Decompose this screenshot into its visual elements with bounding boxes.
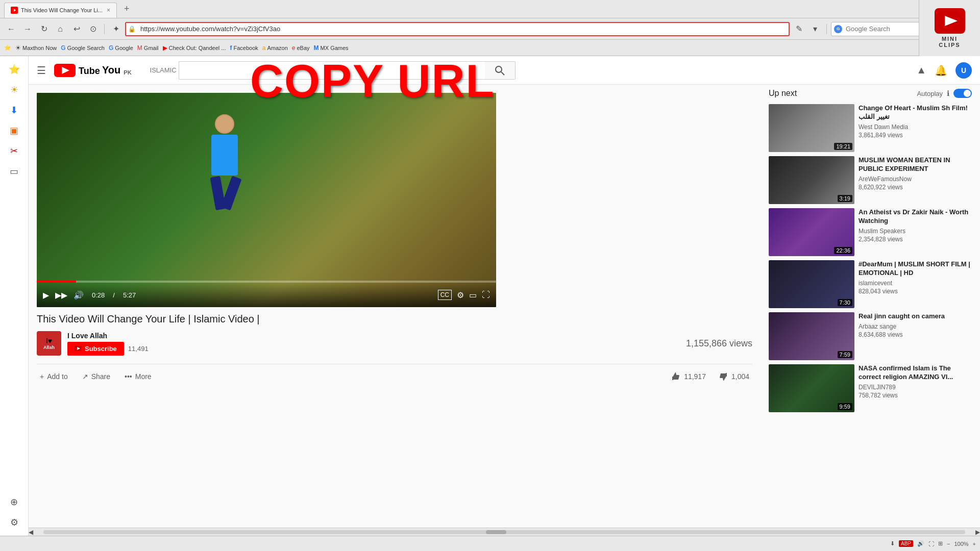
card-channel-5: Arbaaz sange <box>859 323 972 330</box>
google-icon: G <box>109 44 113 52</box>
miniplayer-button[interactable]: ▭ <box>469 290 477 300</box>
dislike-button[interactable]: 1,004 <box>715 368 752 385</box>
status-bar: ⬇ ABP 🔊 ⛶ ⊞ − 100% + <box>0 536 980 551</box>
navigation-bar: ← → ↻ ⌂ ↩ ⊙ ✦ 🔒 ✎ ▾ G 🔑 🔍 <box>0 18 980 40</box>
upload-icon[interactable]: ▲ <box>916 64 926 76</box>
bookmark-google[interactable]: G Google <box>109 44 133 52</box>
volume-icon-status: 🔊 <box>917 540 924 547</box>
zoom-plus[interactable]: + <box>973 541 976 547</box>
back-button[interactable]: ← <box>4 22 18 36</box>
bookmark-gmail[interactable]: M Gmail <box>137 44 159 52</box>
sidebar-settings-icon[interactable]: ⚙ <box>5 513 23 532</box>
forward-history-button[interactable]: ⊙ <box>86 22 100 36</box>
sidebar-add-icon[interactable]: ⊕ <box>5 493 23 511</box>
card-channel-1: West Dawn Media <box>859 123 972 131</box>
download-icon-status: ⬇ <box>890 540 895 547</box>
bookmark-amazon-label: Amazon <box>267 45 287 51</box>
scroll-left-button[interactable]: ◀ <box>29 529 33 536</box>
card-title-5: Real jinn caught on camera <box>859 312 972 321</box>
card-thumbnail-3: 22:36 <box>769 208 854 256</box>
bookmark-gmail-label: Gmail <box>144 45 159 51</box>
bookmarks-star-icon[interactable]: ⭐ <box>4 44 11 51</box>
more-button[interactable]: ••• More <box>121 369 155 384</box>
sidebar-download-icon[interactable]: ⬇ <box>5 101 23 119</box>
bookmark-google-search[interactable]: G Google Search <box>61 44 105 52</box>
play-button[interactable]: ▶ <box>43 290 49 300</box>
bookmark-amazon[interactable]: a Amazon <box>262 44 288 52</box>
notification-bell-icon[interactable]: 🔔 <box>935 64 947 77</box>
bookmark-maxthon-now[interactable]: ☀ Maxthon Now <box>15 44 57 52</box>
right-controls: CC ⚙ ▭ ⛶ <box>438 290 490 300</box>
video-player[interactable]: ▶ ▶▶ 🔊 0:28 / 5:27 CC ⚙ ▭ ⛶ <box>37 93 496 307</box>
autoplay-toggle[interactable] <box>953 89 972 98</box>
zoom-level: 100% <box>954 541 968 547</box>
sidebar-sun-icon[interactable]: ☀ <box>5 81 23 99</box>
bookmark-facebook[interactable]: f Facebook <box>230 44 258 52</box>
nav-more-button[interactable]: ▾ <box>808 22 822 36</box>
bookmark-mx-games[interactable]: M MX Games <box>314 44 349 52</box>
settings-button[interactable]: ⚙ <box>457 290 464 300</box>
bookmark-ebay[interactable]: e eBay <box>292 44 310 52</box>
cc-button[interactable]: CC <box>438 290 452 300</box>
sidebar-home-icon[interactable]: ⭐ <box>5 60 23 79</box>
sidebar-rss-icon[interactable]: ▣ <box>5 121 23 140</box>
add-to-button[interactable]: + Add to <box>37 369 71 384</box>
mini-clips-label: MINI <box>942 36 958 42</box>
scroll-right-button[interactable]: ▶ <box>975 529 980 536</box>
video-title: This Video Will Change Your Life | Islam… <box>37 313 752 325</box>
add-to-icon: + <box>40 372 44 381</box>
qandeel-icon: ▶ <box>163 44 167 52</box>
back-history-button[interactable]: ↩ <box>69 22 84 36</box>
card-views-3: 2,354,828 views <box>859 236 972 243</box>
home-button[interactable]: ⌂ <box>53 22 67 36</box>
channel-avatar-heart: I♥ <box>46 337 52 345</box>
bookmark-qandeel[interactable]: ▶ Check Out: Qandeel ... <box>163 44 226 52</box>
share-button[interactable]: ↗ Share <box>79 369 113 384</box>
video-card-3[interactable]: 22:36 An Atheist vs Dr Zakir Naik - Wort… <box>769 208 972 256</box>
next-button[interactable]: ▶▶ <box>55 290 67 300</box>
yt-search-button[interactable] <box>485 61 516 80</box>
sidebar-window-icon[interactable]: ▭ <box>5 162 23 181</box>
tab-close-button[interactable]: × <box>107 7 110 14</box>
new-tab-button[interactable]: + <box>121 3 133 15</box>
reload-button[interactable]: ↻ <box>37 22 51 36</box>
subscribe-button[interactable]: Subscribe <box>67 342 124 356</box>
url-bar[interactable] <box>125 22 790 36</box>
zoom-minus[interactable]: − <box>947 541 950 547</box>
time-separator: / <box>113 291 115 299</box>
runner-figure <box>211 114 238 210</box>
video-card-2[interactable]: 3:19 MUSLIM WOMAN BEATEN IN PUBLIC EXPER… <box>769 156 972 204</box>
scroll-thumb[interactable] <box>486 530 506 534</box>
volume-button[interactable]: 🔊 <box>74 290 84 300</box>
runner-legs <box>213 177 236 210</box>
video-card-4[interactable]: 7:30 #DearMum | MUSLIM SHORT FILM | EMOT… <box>769 260 972 308</box>
bookmark-mx-games-label: MX Games <box>321 45 349 51</box>
video-card-5[interactable]: 7:59 Real jinn caught on camera Arbaaz s… <box>769 312 972 360</box>
bookmark-google-search-label: Google Search <box>67 45 105 51</box>
gmail-icon: M <box>137 44 142 52</box>
hamburger-menu-icon[interactable]: ☰ <box>37 64 46 77</box>
active-tab[interactable]: This Video Will Change Your Li... × <box>4 3 117 18</box>
like-button[interactable]: 11,917 <box>668 368 709 385</box>
sidebar-tools-icon[interactable]: ✂ <box>5 142 23 160</box>
youtube-logo[interactable]: Tube You PK <box>54 63 132 78</box>
page-content: ☰ Tube You PK ISLAMIC <box>29 56 980 551</box>
right-sidebar: Up next Autoplay ℹ 19:21 Cha <box>761 85 980 551</box>
yt-search-input[interactable] <box>179 61 485 80</box>
video-controls: ▶ ▶▶ 🔊 0:28 / 5:27 CC ⚙ ▭ ⛶ <box>37 283 496 307</box>
more-icon: ••• <box>125 372 132 381</box>
user-avatar[interactable]: U <box>955 62 972 79</box>
video-info: This Video Will Change Your Life | Islam… <box>37 307 752 395</box>
video-card-6[interactable]: 9:59 NASA confirmed Islam is The correct… <box>769 364 972 412</box>
yt-logo-pk: PK <box>124 69 131 76</box>
video-card-1[interactable]: 19:21 Change Of Heart - Muslim Sh Film! … <box>769 104 972 152</box>
horizontal-scrollbar[interactable]: ◀ ▶ <box>29 528 980 536</box>
bookmark-star[interactable]: ✦ <box>109 22 123 36</box>
fullscreen-button[interactable]: ⛶ <box>482 290 490 300</box>
card-duration-4: 7:30 <box>838 299 852 306</box>
forward-button[interactable]: → <box>20 22 35 36</box>
bookmark-add-button[interactable]: ✎ <box>792 22 806 36</box>
card-views-6: 758,782 views <box>859 392 972 399</box>
bookmark-facebook-label: Facebook <box>233 45 258 51</box>
channel-avatar[interactable]: I♥ Allah <box>37 331 61 356</box>
